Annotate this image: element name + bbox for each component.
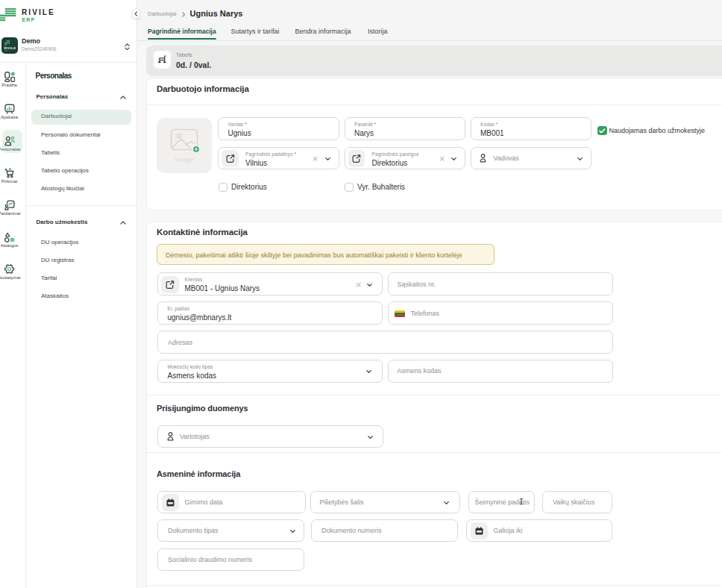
svg-text:RIVILE: RIVILE [4,46,16,50]
